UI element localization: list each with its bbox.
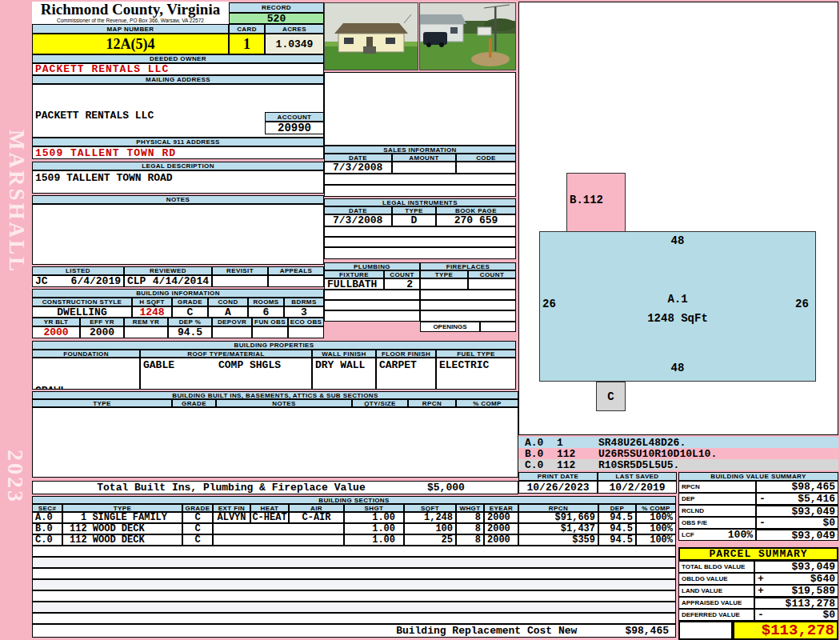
legend-row-c: C.0 112 R10SR5D5L5U5. <box>518 459 838 470</box>
fixture-count-label: COUNT <box>384 270 420 278</box>
foundation-value: CRAWL CINDER BLOCK <box>32 358 140 390</box>
listed-date: 6/4/2019 <box>71 275 121 287</box>
photo-side-scene <box>420 3 515 70</box>
section-empty-row <box>32 557 676 568</box>
legend-mult: 1 <box>557 437 598 449</box>
effyr-value: 2000 <box>80 326 124 338</box>
plumbing-empty-row <box>324 290 420 300</box>
legend-row-b: B.0 112 U26R5SU10R10D10L10. <box>518 448 838 459</box>
section-row-cell: 1.00 <box>344 534 404 546</box>
revisit-label: REVISIT <box>212 266 268 275</box>
sales-title: SALES INFORMATION <box>324 146 516 154</box>
last-saved-label: LAST SAVED <box>598 472 677 481</box>
section-row-cell: 100 <box>404 523 456 534</box>
reviewed-label: REVIEWED <box>124 266 212 275</box>
parcel-amount: $0 <box>822 609 835 621</box>
section-row-cell: 2000 <box>484 523 518 534</box>
comp-col-label: % COMP <box>636 504 676 512</box>
property-photo-front[interactable] <box>324 2 418 70</box>
hsqft-label: H SQFT <box>132 298 172 306</box>
parcel-value: +$640 <box>754 573 838 585</box>
fireplace-type-label: TYPE <box>420 270 468 278</box>
roof-value: GABLE COMP SHGLS <box>140 358 312 390</box>
acres-value: 1.0349 <box>265 34 324 54</box>
parcel-op: + <box>758 585 764 597</box>
listed-value: JC6/4/2019 <box>32 275 124 287</box>
county-subtitle: Commissioner of the Revenue, PO Box 366,… <box>32 18 229 23</box>
heat-col-label: HEAT <box>250 504 289 512</box>
parcel-label: DEFERRED VALUE <box>678 609 754 621</box>
sales-code-label: CODE <box>456 154 516 162</box>
plumbing-title: PLUMBING <box>324 262 420 270</box>
whgt-col-label: WHGT <box>456 504 484 512</box>
section-row-cell: C <box>182 512 213 523</box>
fixture-label: FIXTURE <box>324 270 384 278</box>
floor-finish-value: CARPET <box>376 358 436 390</box>
legend-sec: B.0 <box>518 448 557 460</box>
sales-amount-label: AMOUNT <box>392 154 456 162</box>
dep-pct-value: 94.5 <box>168 326 212 338</box>
vs-lcf-pct: 100% <box>728 529 753 541</box>
building-properties-title: BUILDING PROPERTIES <box>32 341 516 350</box>
section-row-cell: 8 <box>456 512 484 523</box>
section-row-cell: 8 <box>456 534 484 546</box>
notes-box <box>32 204 324 265</box>
instruments-empty-row <box>324 237 516 247</box>
section-row-cell: 1 SINGLE FAMILY <box>62 512 182 523</box>
yrblt-label: YR BLT <box>32 318 80 326</box>
fireplaces-empty-row <box>420 290 516 300</box>
section-row-cell: 94.5 <box>598 523 636 534</box>
section-row-cell: C-HEAT <box>250 512 289 523</box>
air-col-label: AIR <box>289 504 344 512</box>
parcel-summary-title: PARCEL SUMMARY <box>678 547 838 561</box>
appeals-label: APPEALS <box>268 266 324 275</box>
construction-style-label: CONSTRUCTION STYLE <box>32 298 132 306</box>
reviewed-value: CLP4/14/2014 <box>124 275 212 287</box>
vs-lcf-value: $93,049 <box>756 529 838 541</box>
legend-mult: 112 <box>557 448 598 460</box>
section-empty-row <box>32 613 676 624</box>
property-photo-side[interactable] <box>419 2 516 70</box>
fixture-count-value: 2 <box>384 278 420 290</box>
fireplaces-empty-row <box>420 310 516 322</box>
vs-amount: $0 <box>822 517 835 529</box>
instruments-type-label: TYPE <box>392 206 436 214</box>
sketch-dim-bottom: 48 <box>539 362 816 374</box>
rpcn-col-label: RPCN <box>518 504 598 512</box>
builtins-grade-label: GRADE <box>172 399 216 407</box>
physical-address-label: PHYSICAL 911 ADDRESS <box>32 138 324 146</box>
sketch-section-b-label: B.112 <box>570 194 603 206</box>
section-empty-row <box>32 546 676 557</box>
remyr-value <box>124 326 168 338</box>
section-row-cell: 1,248 <box>404 512 456 523</box>
sections-title: BUILDING SECTIONS <box>32 496 676 504</box>
sales-code-value <box>456 162 516 174</box>
grade-col-label: GRADE <box>182 504 213 512</box>
openings-label: OPENINGS <box>420 322 480 332</box>
builtins-total-row: Total Built Ins, Plumbing & Fireplace Va… <box>32 481 518 494</box>
vs-lcf-label: LCF 100% <box>678 529 756 541</box>
acres-label: ACRES <box>265 24 324 34</box>
notes-label: NOTES <box>32 195 324 204</box>
parcel-value: -$0 <box>754 609 838 621</box>
builtins-notes-label: NOTES <box>216 399 352 407</box>
ecoobs-value <box>288 326 324 338</box>
parcel-amount: $640 <box>810 573 835 585</box>
parcel-amount: $19,589 <box>791 585 835 597</box>
bdrms-label: BDRMS <box>284 298 324 306</box>
legend-trace: U26R5SU10R10D10L10. <box>598 448 717 460</box>
section-row-cell: C <box>182 534 213 546</box>
instruments-empty-row <box>324 226 516 237</box>
section-row-cell: 100% <box>636 512 676 523</box>
county-header: Richmond County, Virginia Commissioner o… <box>32 2 229 24</box>
depovr-label: DEPOVR <box>212 318 252 326</box>
vs-amount: $5,416 <box>798 493 835 505</box>
card-value: 1 <box>229 34 265 54</box>
section-row-cell: 94.5 <box>598 512 636 523</box>
parcel-value: $93,049 <box>754 561 838 573</box>
record-label: RECORD <box>229 2 324 13</box>
parcel-op: - <box>758 609 764 621</box>
reviewed-date: 4/14/2014 <box>153 275 209 287</box>
section-row-cell <box>213 534 344 546</box>
listed-by: JC <box>35 275 48 287</box>
